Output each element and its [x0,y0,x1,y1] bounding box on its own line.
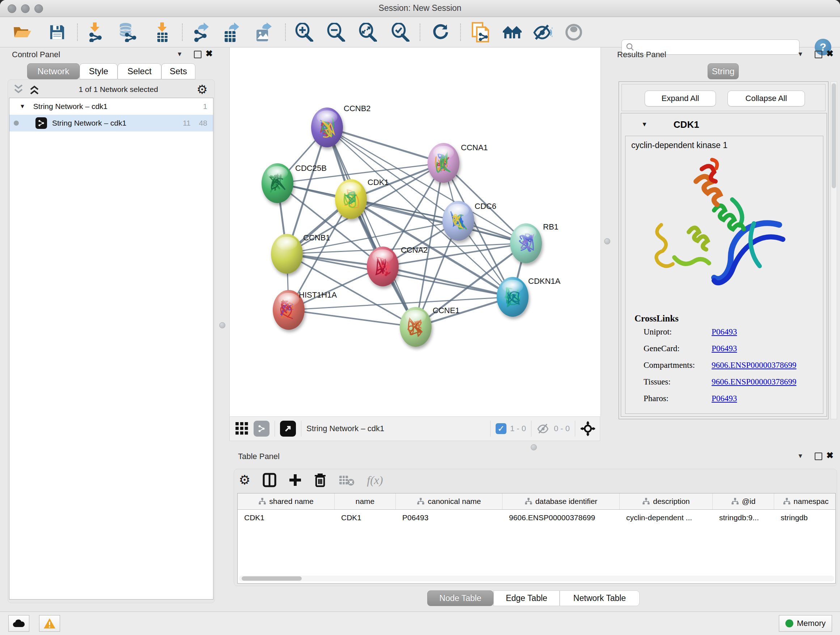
right-splitter-handle[interactable] [604,238,610,244]
open-session-button[interactable] [12,22,33,42]
tab-sets[interactable]: Sets [161,63,195,79]
network-canvas[interactable]: CCNB2CCNA1CDC25BCDK1CDC6RB1CCNB1CCNA2CDK… [229,48,601,416]
export-network-button[interactable] [191,22,211,42]
left-splitter-handle[interactable] [219,322,225,328]
network-share-icon[interactable] [254,421,270,437]
cloud-status-button[interactable] [8,615,29,632]
tab-network-table[interactable]: Network Table [560,591,639,606]
warnings-button[interactable] [39,615,60,632]
zoom-selected-button[interactable] [390,22,410,42]
tab-style[interactable]: Style [80,63,118,79]
table-cell[interactable]: cyclin-dependent ... [620,510,713,526]
network-node-CCNE1[interactable] [400,307,431,347]
section-collapse-triangle-icon[interactable]: ▼ [641,121,647,128]
table-cell[interactable]: P06493 [396,510,502,526]
column-header-namespac[interactable]: namespac [774,494,836,509]
import-table-from-file-button[interactable] [152,22,172,42]
network-node-CDKN1A[interactable] [497,277,529,317]
string-network-graph[interactable]: CCNB2CCNA1CDC25BCDK1CDC6RB1CCNB1CCNA2CDK… [230,48,600,416]
birds-eye-view-icon[interactable] [580,421,595,436]
show-columns-icon[interactable] [263,473,276,487]
table-cell[interactable]: CDK1 [238,510,335,526]
crosslink-link[interactable]: 9606.ENSP00000378699 [712,377,797,386]
column-header--id[interactable]: @id [713,494,774,509]
network-node-CDK1[interactable] [335,179,367,219]
crosslink-link[interactable]: P06493 [712,394,737,403]
column-header-database-identifier[interactable]: database identifier [502,494,620,509]
table-hscrollbar-thumb[interactable] [242,576,302,581]
results-scrollbar-thumb[interactable] [832,83,836,188]
save-session-button[interactable] [47,22,67,42]
bottom-splitter-handle[interactable] [531,444,537,450]
control-panel-close-icon[interactable]: ✖ [205,49,213,58]
column-header-canonical-name[interactable]: canonical name [396,494,502,509]
eye-icon [565,24,583,41]
table-cell[interactable]: stringdb [774,510,836,526]
hidden-eye-icon [537,423,550,434]
zoom-fit-button[interactable] [357,22,378,42]
network-node-CCNA1[interactable] [428,143,459,183]
grid-view-icon[interactable] [235,422,248,435]
open-in-new-icon[interactable] [280,421,296,437]
control-panel-menu-icon[interactable]: ▼ [177,51,183,58]
edge-CCNA2-CDKN1A[interactable] [383,266,513,297]
table-panel-close-icon[interactable]: ✖ [826,451,834,460]
collapse-all-button[interactable]: Collapse All [728,90,805,106]
results-panel-float-icon[interactable] [815,51,822,58]
selected-checkbox-icon[interactable]: ✓ [496,423,507,434]
memory-button[interactable]: Memory [779,615,832,632]
tab-edge-table[interactable]: Edge Table [493,591,560,606]
zoom-in-button[interactable] [294,22,314,42]
network-row[interactable]: String Network – cdk1 11 48 [9,115,213,131]
results-scrollbar[interactable] [831,81,837,419]
refresh-view-button[interactable] [431,22,451,42]
table-cell[interactable]: 9606.ENSP00000378699 [502,510,620,526]
add-column-icon[interactable] [289,473,302,486]
import-network-from-file-button[interactable] [85,22,105,42]
table-panel-menu-icon[interactable]: ▼ [797,453,804,460]
table-cell[interactable]: stringdb:9... [713,510,774,526]
network-node-CDC6[interactable] [442,201,474,241]
delete-column-icon[interactable] [314,473,326,487]
expand-all-button[interactable]: Expand All [645,90,716,106]
network-node-CDC25B[interactable] [262,163,294,203]
protein-section-header[interactable]: ▼ CDK1 [621,113,827,136]
column-header-shared-name[interactable]: shared name [238,494,335,509]
import-network-from-database-button[interactable] [117,22,137,42]
table-cell[interactable]: CDK1 [335,510,396,526]
network-node-CCNA2[interactable] [367,247,399,287]
network-node-CCNB1[interactable] [271,234,303,274]
table-hscrollbar[interactable] [239,576,834,581]
table-panel-float-icon[interactable] [815,453,822,460]
zoom-out-button[interactable] [325,22,346,42]
edge-CCNB2-CCNE1[interactable] [327,127,416,327]
string-home-button[interactable] [502,22,523,42]
tab-node-table[interactable]: Node Table [427,591,493,606]
edge-HIST1H1A-CCNE1[interactable] [289,310,416,327]
copy-network-button[interactable] [470,22,491,42]
table-settings-gear-icon[interactable]: ⚙ [239,473,250,486]
collapse-triangle-icon[interactable]: ▼ [19,103,25,110]
export-image-button[interactable] [253,22,273,42]
expand-all-icon[interactable] [29,84,40,95]
crosslink-link[interactable]: P06493 [712,344,737,353]
results-panel-close-icon[interactable]: ✖ [826,49,834,58]
crosslink-link[interactable]: P06493 [712,327,737,337]
control-panel-float-icon[interactable] [194,51,202,58]
export-table-button[interactable] [221,22,242,42]
column-header-description[interactable]: description [620,494,713,509]
tab-string[interactable]: String [707,63,739,79]
tab-select[interactable]: Select [118,63,161,79]
network-collection-row[interactable]: ▼ String Network – cdk1 1 [9,98,213,115]
network-node-CCNB2[interactable] [311,108,343,147]
tab-network[interactable]: Network [27,63,80,79]
network-node-RB1[interactable] [510,223,542,263]
edge-CCNB2-CCNA1[interactable] [327,127,444,163]
show-all-button[interactable] [564,22,584,42]
gear-icon[interactable]: ⚙ [197,83,208,96]
hide-selected-button[interactable] [532,22,553,42]
crosslink-link[interactable]: 9606.ENSP00000378699 [712,361,797,370]
collapse-all-icon[interactable] [13,84,24,95]
results-panel-menu-icon[interactable]: ▼ [797,51,804,58]
column-header-name[interactable]: name [335,494,396,509]
